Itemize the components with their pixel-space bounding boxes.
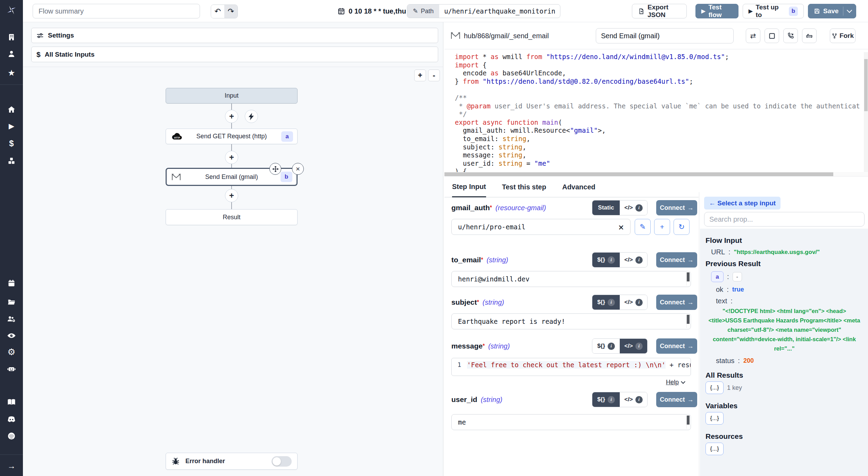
delete-step-button[interactable]: × [292, 163, 304, 175]
windmill-logo-icon[interactable] [6, 5, 17, 15]
add-step-button[interactable]: + [225, 151, 238, 164]
resources-object-button[interactable]: {...} [706, 443, 724, 455]
code-horizontal-scrollbar[interactable] [444, 172, 868, 177]
redo-button[interactable]: ↷ [224, 5, 237, 18]
info-icon: i [635, 396, 643, 403]
add-step-button[interactable]: + [225, 110, 238, 123]
move-step-button[interactable] [269, 163, 281, 175]
groups-users-gear-icon[interactable] [6, 314, 17, 324]
fork-button[interactable]: Fork [830, 28, 856, 43]
input-node[interactable]: Input [166, 88, 298, 104]
js-mode-button[interactable]: </>i [620, 200, 647, 215]
props-scroll-area[interactable]: Flow Input URL : "https://earthquake.usg… [700, 229, 868, 476]
help-link[interactable]: Help [666, 379, 679, 386]
expand-editor-button[interactable] [765, 28, 779, 43]
collapse-button[interactable]: - [733, 272, 742, 281]
save-button[interactable]: Save [808, 4, 856, 18]
path-edit-segment[interactable]: ✎ Path [407, 5, 439, 18]
path-chip[interactable]: ✎ Path u/henri/earthquake_monitorin [407, 4, 560, 18]
url-prop-row[interactable]: URL : "https://earthquake.usgs.gov/" [711, 248, 862, 256]
resources-cubes-icon[interactable] [6, 156, 17, 166]
connect-button[interactable]: Connect→ [656, 338, 697, 354]
test-up-to-button[interactable]: ▶ Test up to b [743, 4, 804, 18]
step-a-badge[interactable]: a [711, 271, 724, 282]
settings-gear-icon[interactable]: ⚙ [6, 347, 17, 357]
chevron-down-icon [681, 379, 685, 384]
ai-robot-icon[interactable] [6, 363, 17, 374]
http-step-node[interactable]: HTTP Send GET Request (http) a [166, 129, 298, 144]
schedule-display[interactable]: 0 10 18 * * tue,thu [337, 0, 406, 22]
tab-step-input[interactable]: Step Input [452, 177, 486, 197]
user-icon[interactable] [6, 49, 17, 59]
select-step-input-button[interactable]: ← Select a step input [704, 197, 781, 210]
status-prop-row[interactable]: status : 200 [716, 357, 862, 365]
clear-x-icon[interactable]: × [618, 222, 624, 232]
code-vertical-scrollbar[interactable] [864, 52, 868, 172]
search-prop-input[interactable] [704, 212, 865, 227]
subject-input[interactable]: Earthquake report is ready! [451, 313, 691, 329]
text-prop-value[interactable]: "<!DOCTYPE html> <html lang="en"> <head>… [708, 306, 860, 353]
static-mode-button[interactable]: ${}i [592, 253, 620, 267]
tab-advanced[interactable]: Advanced [562, 177, 595, 197]
home-icon[interactable] [6, 104, 17, 115]
github-icon[interactable] [6, 431, 17, 441]
reload-icon-button[interactable]: ⇄ [746, 28, 760, 43]
all-static-inputs-bar[interactable]: $ All Static Inputs [31, 47, 438, 62]
flow-settings-bar[interactable]: Settings [31, 28, 438, 43]
trigger-bolt-button[interactable] [245, 110, 258, 123]
result-node[interactable]: Result [166, 209, 298, 225]
save-dropdown-button[interactable] [843, 7, 851, 16]
expand-sidebar-arrow-icon[interactable]: → [6, 461, 17, 471]
js-mode-button[interactable]: </>i [620, 295, 647, 310]
connect-button[interactable]: Connect→ [656, 252, 697, 268]
variables-dollar-icon[interactable]: $ [6, 138, 17, 149]
test-flow-button[interactable]: ▶ Test flow [695, 4, 738, 18]
hub-script-path[interactable]: hub/868/gmail/_send_email [464, 22, 549, 49]
connect-button[interactable]: Connect→ [656, 392, 697, 407]
to-email-input[interactable]: henri@windmill.dev [451, 271, 691, 287]
undo-button[interactable]: ↶ [211, 5, 224, 18]
js-mode-button[interactable]: </>i [620, 253, 647, 267]
static-mode-button[interactable]: ${}i [592, 339, 620, 353]
zoom-out-button[interactable]: - [428, 69, 440, 81]
user-id-input[interactable]: me [451, 414, 691, 430]
error-handler-bar[interactable]: Error handler [166, 453, 298, 470]
schedules-calendar-icon[interactable] [6, 278, 17, 288]
tab-test-this-step[interactable]: Test this step [502, 177, 546, 197]
folders-icon[interactable] [6, 296, 17, 307]
ok-prop-row[interactable]: ok : true [716, 286, 862, 294]
refresh-resource-button[interactable]: ↻ [674, 219, 690, 235]
js-mode-button[interactable]: </>i [620, 392, 647, 407]
error-handler-toggle[interactable] [272, 456, 292, 467]
variables-object-button[interactable]: {...} [706, 412, 724, 425]
connect-button[interactable]: Connect→ [656, 200, 697, 215]
zoom-in-button[interactable]: + [414, 69, 426, 81]
step-name-input[interactable] [596, 28, 734, 43]
input-mode-toggle: ${}i </>i [592, 392, 648, 407]
step-a-row[interactable]: a : - [711, 271, 862, 282]
favorites-star-icon[interactable]: ★ [6, 68, 17, 78]
phone-incoming-icon-button[interactable] [783, 28, 798, 43]
docs-book-icon[interactable] [6, 397, 17, 407]
export-json-button[interactable]: Export JSON [632, 4, 687, 18]
static-mode-button[interactable]: ${}i [592, 295, 620, 310]
add-resource-button[interactable]: + [654, 219, 670, 235]
static-mode-button[interactable]: ${}i [592, 392, 620, 407]
js-mode-button[interactable]: </>i [620, 339, 647, 353]
connect-button[interactable]: Connect→ [656, 295, 697, 310]
runs-play-icon[interactable]: ▶ [6, 121, 17, 131]
sliders-icon [36, 32, 44, 39]
bench-icon-button[interactable] [802, 28, 817, 43]
audit-eye-icon[interactable] [6, 330, 17, 341]
add-step-button[interactable]: + [225, 189, 238, 202]
text-prop-row[interactable]: text : [716, 297, 862, 305]
message-js-editor[interactable]: 1 'Feel free to check out the latest rep… [451, 358, 691, 376]
static-mode-button[interactable]: Static [592, 200, 620, 215]
code-editor[interactable]: import * as wmill from "https://deno.lan… [444, 49, 868, 172]
edit-resource-button[interactable]: ✎ [635, 219, 651, 235]
discord-icon[interactable] [6, 414, 17, 425]
gmail-auth-resource-input[interactable]: u/henri/pro-email × [451, 219, 631, 235]
workspace-icon[interactable] [6, 32, 17, 42]
all-results-object-button[interactable]: {...} [706, 381, 724, 394]
flow-summary-input[interactable] [33, 4, 200, 18]
